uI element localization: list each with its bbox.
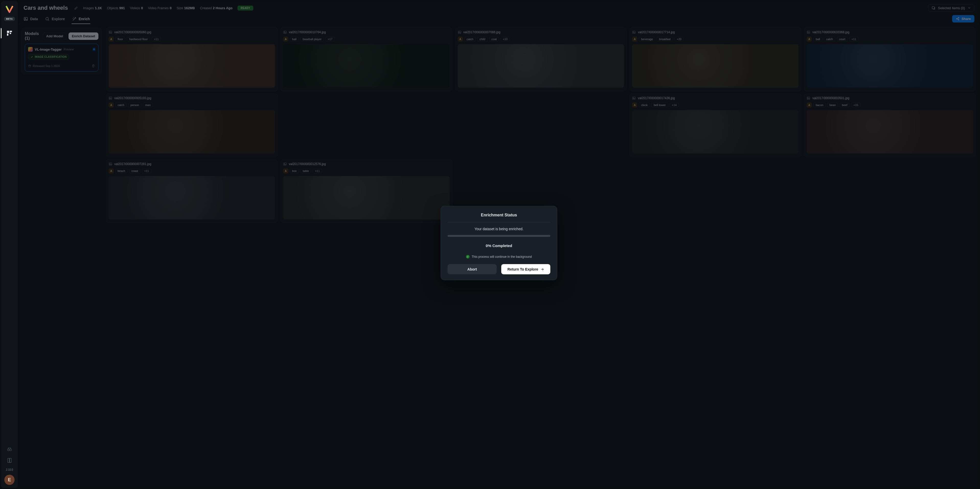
svg-point-4 [7,449,9,451]
main-panel: Cars and wheels Images1.1K Objects991 Vi… [19,1,979,488]
enrichment-status-modal: Enrichment Status Your dataset is being … [441,206,557,280]
abort-button[interactable]: Abort [447,264,496,275]
binoculars-icon[interactable] [6,446,13,452]
left-rail: BETA 2.10.0 E [1,1,18,488]
modal-message: Your dataset is being enriched. [447,227,550,231]
app-logo[interactable] [5,5,14,13]
svg-point-5 [10,449,11,451]
modal-background-note: ✓ This process will continue in the back… [447,255,550,259]
progress-percent-label: 0% Completed [447,243,550,248]
svg-rect-1 [10,31,12,32]
return-to-explore-button[interactable]: Return To Explore [501,264,550,275]
modal-bg-note-text: This process will continue in the backgr… [472,255,532,259]
return-button-label: Return To Explore [508,267,538,271]
modal-title: Enrichment Status [447,213,550,218]
check-circle-icon: ✓ [466,255,469,259]
beta-badge: BETA [4,17,15,21]
datasets-nav-icon[interactable] [6,30,13,37]
svg-rect-2 [10,33,11,34]
svg-rect-3 [7,33,8,36]
version-label: 2.10.0 [6,468,13,471]
svg-rect-0 [7,31,9,33]
arrow-right-icon [540,267,544,271]
progress-bar [447,235,550,237]
modal-divider [447,222,550,223]
user-avatar[interactable]: E [4,475,14,485]
abort-button-label: Abort [467,267,477,271]
book-icon[interactable] [6,457,13,464]
